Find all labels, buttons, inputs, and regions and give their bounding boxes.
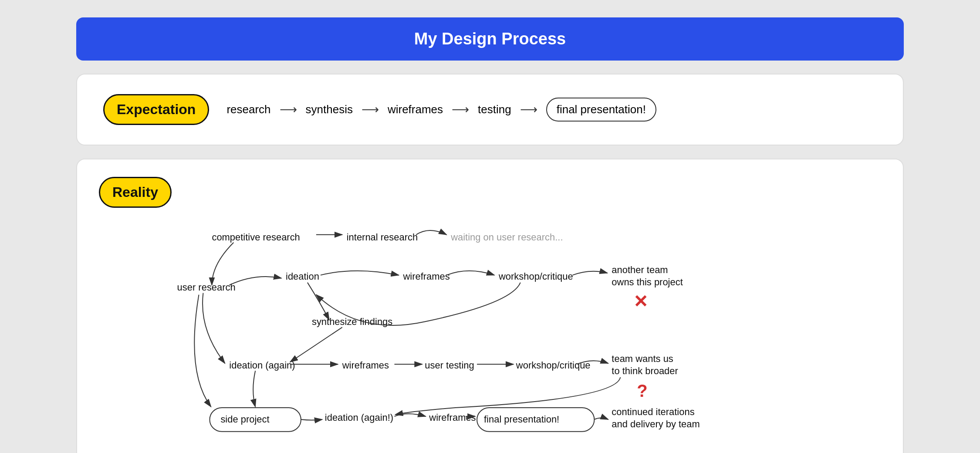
expectation-flow: research ⟶ synthesis ⟶ wireframes ⟶ test… [226, 98, 877, 122]
step-synthesis: synthesis [306, 103, 353, 116]
expectation-card: Expectation research ⟶ synthesis ⟶ wiref… [76, 74, 904, 145]
step-final: final presentation! [546, 98, 656, 122]
arrow-4: ⟶ [520, 102, 537, 117]
node-think-broader2: to think broader [612, 365, 678, 376]
step-wireframes: wireframes [388, 103, 443, 116]
node-another-team2: owns this project [612, 277, 683, 287]
main-container: My Design Process Expectation research ⟶… [76, 17, 904, 453]
node-ideation-again2: ideation (again!) [325, 412, 393, 423]
node-waiting: waiting on user research... [450, 232, 563, 243]
reality-card: Reality competitive research internal re… [76, 159, 904, 453]
node-continued2: and delivery by team [612, 419, 700, 429]
page-title: My Design Process [102, 30, 878, 48]
arrow-3: ⟶ [452, 102, 469, 117]
node-ideation-again: ideation (again) [229, 360, 295, 371]
expectation-badge: Expectation [103, 94, 209, 125]
symbol-q: ? [637, 381, 647, 400]
step-testing: testing [478, 103, 511, 116]
node-workshop1: workshop/critique [498, 271, 573, 282]
node-final: final presentation! [484, 414, 559, 425]
node-wireframes2: wireframes [342, 360, 389, 371]
node-competitive-research: competitive research [212, 232, 300, 243]
node-wireframes3: wireframes [429, 412, 476, 423]
title-bar: My Design Process [76, 17, 904, 61]
node-user-testing: user testing [425, 360, 474, 371]
symbol-x: ✕ [633, 292, 648, 311]
node-continued: continued iterations [612, 406, 694, 417]
reality-diagram: competitive research internal research w… [99, 208, 881, 453]
node-side-project: side project [220, 414, 269, 425]
arrow-1: ⟶ [280, 102, 297, 117]
step-research: research [226, 103, 270, 116]
node-user-research: user research [177, 282, 236, 293]
arrow-2: ⟶ [362, 102, 379, 117]
node-another-team: another team [612, 264, 668, 275]
node-think-broader: team wants us [612, 353, 673, 364]
node-ideation: ideation [286, 271, 319, 282]
node-internal-research: internal research [347, 232, 418, 243]
reality-header: Reality [99, 177, 881, 208]
node-workshop2: workshop/critique [516, 360, 591, 371]
node-wireframes1: wireframes [402, 271, 449, 282]
reality-badge: Reality [99, 177, 172, 208]
